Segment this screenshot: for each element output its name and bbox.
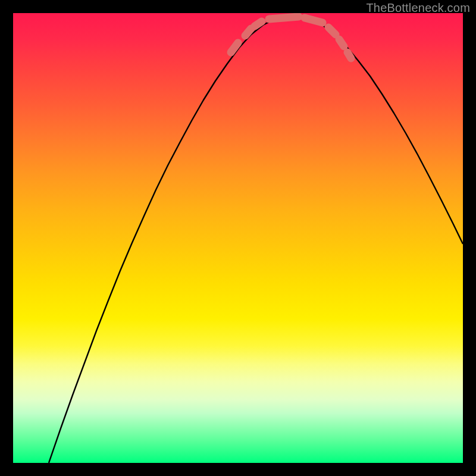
curve-marker	[255, 21, 262, 26]
chart-frame: TheBottleneck.com	[0, 0, 476, 476]
curve-marker	[339, 39, 344, 46]
chart-svg	[13, 13, 463, 463]
bottleneck-curve	[49, 17, 463, 463]
plot-area	[13, 13, 463, 463]
curve-marker	[305, 18, 322, 23]
curve-marker	[328, 27, 336, 35]
curve-marker	[245, 29, 251, 36]
curve-layer	[49, 17, 463, 463]
curve-marker	[269, 17, 299, 19]
watermark-text: TheBottleneck.com	[366, 1, 470, 15]
curve-marker	[347, 52, 351, 58]
